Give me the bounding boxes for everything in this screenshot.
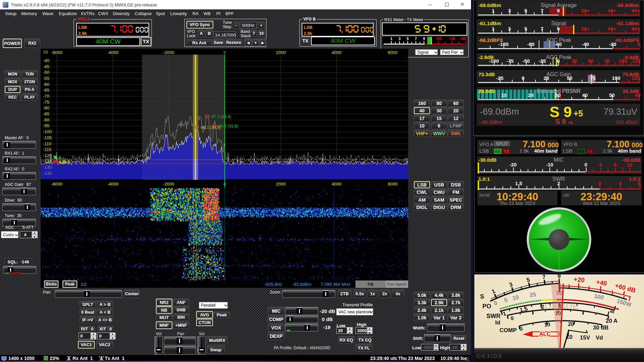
svg-text:5: 5 bbox=[638, 180, 640, 186]
svg-text:-75: -75 bbox=[506, 58, 514, 64]
svg-text:-6000: -6000 bbox=[51, 50, 62, 55]
svg-text:-130: -130 bbox=[43, 165, 52, 170]
svg-text:+40: +40 bbox=[596, 278, 607, 287]
svg-text:-25: -25 bbox=[539, 58, 546, 64]
svg-text:-40: -40 bbox=[582, 41, 589, 47]
svg-text:20+: 20+ bbox=[581, 8, 590, 13]
svg-text:50: 50 bbox=[588, 58, 594, 64]
svg-text:5: 5 bbox=[526, 276, 530, 283]
svg-text:+20: +20 bbox=[435, 37, 442, 41]
svg-text:-6000: -6000 bbox=[51, 182, 62, 187]
svg-text:15V: 15V bbox=[580, 334, 590, 341]
svg-text:0: 0 bbox=[585, 162, 587, 167]
svg-text:1.0:1: 1.0:1 bbox=[478, 176, 490, 182]
svg-text:4000: 4000 bbox=[332, 182, 342, 187]
svg-text:+60: +60 bbox=[460, 37, 466, 41]
svg-text:-95: -95 bbox=[43, 123, 49, 128]
svg-text:5: 5 bbox=[406, 37, 409, 41]
svg-text:-45: -45 bbox=[43, 64, 49, 69]
svg-text:30 dB: 30 dB bbox=[593, 324, 608, 331]
svg-text:-25: -25 bbox=[496, 75, 504, 81]
svg-text:12: 12 bbox=[627, 162, 633, 167]
svg-text:75: 75 bbox=[590, 75, 596, 81]
svg-text:75: 75 bbox=[604, 58, 610, 64]
svg-text:+60 dB: +60 dB bbox=[614, 282, 636, 294]
svg-text:-80: -80 bbox=[43, 105, 49, 110]
svg-text:-135: -135 bbox=[43, 171, 52, 176]
svg-text:-115: -115 bbox=[43, 147, 51, 152]
svg-text:-50: -50 bbox=[522, 58, 530, 64]
svg-text:20: 20 bbox=[568, 321, 574, 327]
svg-text:8: 8 bbox=[614, 162, 616, 167]
svg-text:-4000: -4000 bbox=[107, 182, 118, 187]
svg-text:100: 100 bbox=[594, 293, 604, 301]
svg-text:0: 0 bbox=[223, 50, 226, 55]
svg-text:60+: 60+ bbox=[632, 26, 640, 32]
svg-text:-126.5: -126.5 bbox=[58, 159, 70, 164]
svg-text:10: 10 bbox=[544, 321, 550, 327]
svg-text:5: 5 bbox=[524, 26, 527, 32]
svg-text:1: 1 bbox=[491, 288, 496, 295]
svg-text:COMP: COMP bbox=[500, 327, 517, 333]
svg-text:25: 25 bbox=[572, 58, 577, 64]
svg-text:-20: -20 bbox=[609, 41, 616, 47]
svg-text:PO: PO bbox=[482, 303, 491, 310]
svg-text:3: 3 bbox=[508, 8, 511, 13]
svg-text:100: 100 bbox=[618, 58, 627, 64]
svg-text:-105: -105 bbox=[43, 135, 52, 140]
svg-text:3: 3 bbox=[598, 180, 601, 186]
svg-text:6000: 6000 bbox=[388, 182, 398, 187]
svg-text:9: 9 bbox=[557, 274, 561, 279]
svg-text:0: 0 bbox=[557, 58, 560, 64]
svg-text:-100: -100 bbox=[43, 129, 52, 134]
svg-text:50: 50 bbox=[567, 75, 572, 81]
svg-text:-2000: -2000 bbox=[163, 50, 174, 55]
svg-text:+40: +40 bbox=[449, 37, 455, 41]
svg-text:-65: -65 bbox=[43, 88, 49, 93]
svg-text:1: 1 bbox=[492, 8, 495, 13]
svg-text:9: 9 bbox=[423, 37, 425, 41]
svg-text:25: 25 bbox=[529, 291, 536, 298]
svg-text:2000: 2000 bbox=[276, 182, 286, 187]
svg-text:-60: -60 bbox=[554, 41, 562, 47]
svg-text:1: 1 bbox=[502, 310, 507, 317]
svg-text:4000: 4000 bbox=[332, 50, 342, 55]
svg-text:Vd: Vd bbox=[596, 334, 603, 341]
svg-text:20 A: 20 A bbox=[606, 318, 617, 324]
svg-text:0: 0 bbox=[637, 41, 640, 47]
svg-text:-40: -40 bbox=[43, 58, 49, 63]
svg-text:-96.1 (30.5): -96.1 (30.5) bbox=[200, 125, 221, 130]
svg-text:20+: 20+ bbox=[581, 26, 590, 32]
svg-text:9: 9 bbox=[557, 26, 560, 32]
svg-text:S: S bbox=[480, 293, 484, 300]
svg-text:60+: 60+ bbox=[632, 8, 640, 13]
svg-text:-120: -120 bbox=[43, 153, 52, 158]
svg-text:6000: 6000 bbox=[388, 50, 398, 55]
svg-text:40+: 40+ bbox=[608, 26, 616, 32]
svg-text:-87.2 (39.4): -87.2 (39.4) bbox=[210, 114, 231, 119]
svg-text:-50: -50 bbox=[43, 70, 49, 75]
svg-text:5: 5 bbox=[503, 297, 508, 304]
svg-text:40+: 40+ bbox=[608, 8, 616, 13]
svg-text:ALC: ALC bbox=[540, 331, 551, 337]
svg-text:Id: Id bbox=[495, 319, 500, 326]
svg-text:2000: 2000 bbox=[276, 50, 286, 55]
svg-text:25: 25 bbox=[544, 75, 549, 81]
svg-text:0: 0 bbox=[522, 75, 524, 81]
svg-text:125: 125 bbox=[631, 75, 640, 81]
svg-text:3: 3 bbox=[508, 26, 511, 32]
svg-text:7: 7 bbox=[542, 274, 546, 280]
svg-text:4: 4 bbox=[619, 180, 622, 186]
svg-text:+20: +20 bbox=[573, 276, 585, 284]
svg-text:10: 10 bbox=[501, 92, 507, 98]
svg-text:60: 60 bbox=[635, 92, 640, 98]
svg-text:7: 7 bbox=[415, 37, 417, 41]
svg-text:7: 7 bbox=[541, 26, 543, 32]
svg-text:3: 3 bbox=[398, 37, 400, 41]
svg-text:-100: -100 bbox=[499, 41, 509, 47]
svg-text:-20: -20 bbox=[509, 162, 517, 167]
svg-text:-2000: -2000 bbox=[163, 182, 174, 187]
svg-text:29: 29 bbox=[43, 50, 48, 55]
svg-text:-10: -10 bbox=[546, 162, 553, 167]
svg-text:-60: -60 bbox=[43, 82, 49, 87]
